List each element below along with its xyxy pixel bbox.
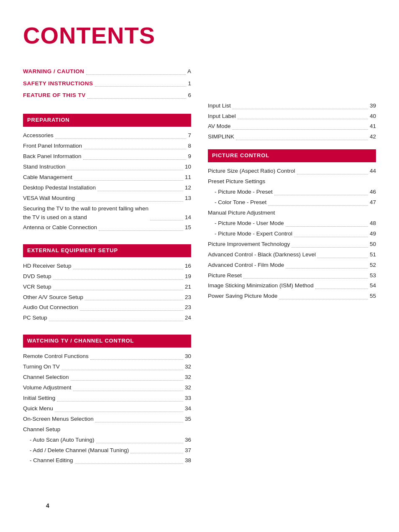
toc-item: - Picture Mode - Expert Control 49	[208, 229, 376, 239]
toc-item: Turning On TV 32	[23, 362, 191, 372]
toc-item: - Channel Editing 38	[23, 456, 191, 466]
toc-item: VCR Setup 21	[23, 282, 191, 292]
toc-item: Front Panel Information 8	[23, 141, 191, 151]
toc-item: HD Receiver Setup 16	[23, 261, 191, 271]
toc-item: Power Saving Picture Mode 55	[208, 292, 376, 301]
toc-item: Volume Adjustment 32	[23, 383, 191, 393]
channel-setup-label: Channel Setup	[23, 425, 191, 435]
toc-item: Channel Selection 32	[23, 373, 191, 382]
toc-item: - Color Tone - Preset 47	[208, 198, 376, 207]
toc-item: Advanced Control - Black (Darkness) Leve…	[208, 250, 376, 260]
warning-caution-label: WARNING / CAUTION	[23, 67, 84, 77]
contents-title: CONTENTS	[23, 17, 376, 54]
toc-item: Picture Size (Aspect Ratio) Control 44	[208, 166, 376, 176]
toc-item: - Picture Mode - User Mode 48	[208, 219, 376, 228]
watching-tv-section: WATCHING TV / CHANNEL CONTROL Remote Con…	[23, 335, 191, 466]
toc-item: - Add / Delete Channel (Manual Tuning) 3…	[23, 446, 191, 455]
toc-item: - Auto Scan (Auto Tuning) 36	[23, 435, 191, 445]
toc-item: Back Panel Information 9	[23, 152, 191, 161]
safety-instructions-label: SAFETY INSTRUCTIONS	[23, 79, 93, 89]
right-top-items: Input List 39 Input Label 40 AV Mode 41 …	[208, 101, 376, 142]
preset-picture-settings-label: Preset Picture Settings	[208, 177, 376, 187]
toc-item: Antenna or Cable Connection 15	[23, 223, 191, 233]
preparation-section: PREPARATION Accessories 7 Front Panel In…	[23, 114, 191, 232]
preparation-header: PREPARATION	[23, 114, 191, 127]
toc-item: Input Label 40	[208, 112, 376, 121]
watching-tv-header: WATCHING TV / CHANNEL CONTROL	[23, 335, 191, 348]
manual-picture-adjustment-label: Manual Picture Adjustment	[208, 208, 376, 218]
picture-control-section: PICTURE CONTROL Picture Size (Aspect Rat…	[208, 149, 376, 301]
feature-tv-page: 6	[188, 91, 191, 100]
external-equipment-section: EXTERNAL EQUIPMENT SETUP HD Receiver Set…	[23, 244, 191, 323]
toc-item: VESA Wall Mounting 13	[23, 194, 191, 203]
warning-caution-page: A	[187, 67, 191, 77]
toc-item: Other A/V Source Setup 23	[23, 293, 191, 302]
dots	[87, 98, 187, 99]
toc-item: - Picture Mode - Preset 46	[208, 187, 376, 197]
external-equipment-header: EXTERNAL EQUIPMENT SETUP	[23, 244, 191, 257]
toc-item: PC Setup 24	[23, 313, 191, 323]
safety-instructions-item: SAFETY INSTRUCTIONS 1	[23, 79, 191, 89]
toc-item: Advanced Control - Film Mode 52	[208, 261, 376, 270]
toc-item: Picture Reset 53	[208, 271, 376, 281]
toc-item: Audio Out Connection 23	[23, 303, 191, 312]
toc-item: Cable Management 11	[23, 173, 191, 182]
feature-tv-label: FEATURE OF THIS TV	[23, 91, 86, 100]
top-links-section: WARNING / CAUTION A SAFETY INSTRUCTIONS …	[23, 67, 191, 102]
toc-item: Image Sticking Minimization (ISM) Method…	[208, 281, 376, 291]
dots	[95, 86, 187, 87]
safety-instructions-page: 1	[188, 79, 191, 89]
toc-item: Initial Setting 33	[23, 394, 191, 403]
toc-item-multiline: Securing the TV to the wall to prevent f…	[23, 204, 191, 222]
toc-item: Accessories 7	[23, 131, 191, 141]
toc-item: Remote Control Functions 30	[23, 352, 191, 361]
dots	[86, 74, 186, 75]
toc-item: Stand Instruction 10	[23, 162, 191, 172]
toc-item: Picture Improvement Technology 50	[208, 240, 376, 249]
toc-item: AV Mode 41	[208, 122, 376, 131]
page-number: 4	[46, 501, 49, 510]
toc-item: Desktop Pedestal Installation 12	[23, 183, 191, 193]
feature-tv-item: FEATURE OF THIS TV 6	[23, 91, 191, 100]
toc-item: SIMPLINK 42	[208, 132, 376, 142]
toc-item: Quick Menu 34	[23, 404, 191, 414]
toc-item: DVD Setup 19	[23, 272, 191, 281]
toc-item: Input List 39	[208, 101, 376, 111]
toc-item: On-Screen Menus Selection 35	[23, 414, 191, 424]
warning-caution-item: WARNING / CAUTION A	[23, 67, 191, 77]
picture-control-header: PICTURE CONTROL	[208, 149, 376, 162]
